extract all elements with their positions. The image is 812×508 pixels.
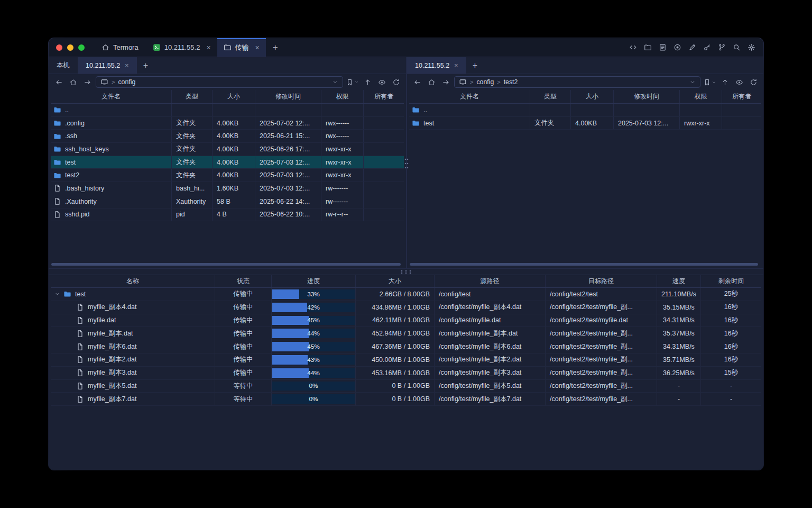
forward-arrow-button[interactable] (440, 76, 451, 88)
file-row[interactable]: .ssh文件夹4.00KB2025-06-21 15:...rwx------ (51, 130, 404, 143)
bookmark-button[interactable] (346, 76, 359, 88)
transfer-splitter[interactable] (49, 269, 763, 275)
transfer-row[interactable]: myfile_副本2.dat传输中43%450.00MB / 1.00GB/co… (51, 353, 761, 367)
column-header-owner[interactable]: 所有者 (364, 90, 404, 103)
eye-button[interactable] (376, 76, 387, 88)
path-breadcrumb[interactable]: >config>test2 (454, 76, 700, 88)
refresh-button[interactable] (748, 76, 759, 88)
search-icon[interactable] (732, 43, 741, 52)
breadcrumb-segment[interactable]: test2 (504, 78, 518, 86)
termora-window: Termora 10.211.55.2 × 传输 × + 本机10.211.55… (49, 38, 763, 470)
panel-tab-本机[interactable]: 本机 (49, 57, 78, 74)
new-panel-tab-button[interactable]: + (466, 57, 484, 74)
folder-icon[interactable] (643, 43, 652, 52)
file-row[interactable]: test文件夹4.00KB2025-07-03 12:...rwxr-xr-x (409, 117, 761, 130)
progress-bar: 0% (272, 382, 355, 391)
column-header-perm[interactable]: 权限 (680, 90, 722, 103)
column-header-eta[interactable]: 剩余时间 (701, 275, 761, 287)
eye-button[interactable] (733, 76, 745, 88)
file-row[interactable]: .. (409, 104, 761, 117)
minimize-window-button[interactable] (67, 44, 73, 51)
folder-solid-icon (53, 119, 61, 127)
file-row[interactable]: sshd.pidpid4 B2025-06-22 10:...rw-r--r-- (51, 208, 404, 222)
column-header-name[interactable]: 文件名 (51, 90, 172, 103)
column-header-source[interactable]: 源路径 (435, 275, 546, 287)
breadcrumb-segment[interactable]: config (118, 78, 135, 86)
progress-bar: 45% (272, 342, 355, 351)
titlebar-toolbar (629, 38, 763, 57)
file-row[interactable]: .bash_historybash_hi...1.60KB2025-07-03 … (51, 182, 404, 195)
up-arrow-button[interactable] (362, 76, 373, 88)
new-panel-tab-button[interactable]: + (137, 57, 154, 74)
column-header-size[interactable]: 大小 (213, 90, 255, 103)
file-row[interactable]: .. (51, 104, 404, 117)
file-row[interactable]: .XauthorityXauthority58 B2025-06-22 14:.… (51, 195, 404, 208)
edit-icon[interactable] (688, 43, 696, 52)
transfer-row[interactable]: myfile_副本6.dat传输中45%467.36MB / 1.00GB/co… (51, 340, 761, 353)
path-breadcrumb[interactable]: >config (96, 76, 343, 88)
folder-icon (224, 43, 232, 51)
record-icon[interactable] (673, 43, 681, 52)
horizontal-scrollbar[interactable] (410, 263, 758, 266)
back-arrow-button[interactable] (411, 76, 423, 88)
forward-arrow-button[interactable] (81, 76, 93, 88)
bookmark-button[interactable] (703, 76, 716, 88)
column-header-type[interactable]: 类型 (530, 90, 571, 103)
host-icon (153, 43, 161, 51)
chevron-down-icon[interactable] (53, 291, 61, 297)
column-header-speed[interactable]: 速度 (657, 275, 701, 287)
tab-termora[interactable]: Termora (94, 38, 146, 57)
tab-host[interactable]: 10.211.55.2 × (146, 38, 217, 57)
refresh-button[interactable] (390, 76, 402, 88)
transfer-row[interactable]: myfile_副本7.dat等待中0%0 B / 1.00GB/config/t… (51, 393, 761, 406)
close-tab-icon[interactable]: × (255, 43, 260, 52)
close-tab-icon[interactable]: × (206, 43, 210, 52)
chevron-down-icon (332, 79, 338, 85)
file-row[interactable]: test文件夹4.00KB2025-07-03 12:...rwxr-xr-x (51, 156, 404, 169)
column-header-status[interactable]: 状态 (215, 275, 272, 287)
tab-transfer[interactable]: 传输 × (217, 38, 266, 57)
file-row[interactable]: test2文件夹4.00KB2025-07-03 12:...rwxr-xr-x (51, 169, 404, 182)
transfer-row[interactable]: myfile_副本.dat传输中44%452.94MB / 1.00GB/con… (51, 327, 761, 340)
zoom-window-button[interactable] (78, 44, 85, 51)
horizontal-scrollbar[interactable] (51, 263, 401, 266)
column-header-target[interactable]: 目标路径 (546, 275, 657, 287)
transfer-row[interactable]: myfile_副本5.dat等待中0%0 B / 1.00GB/config/t… (51, 380, 761, 393)
new-tab-button[interactable]: + (266, 38, 285, 57)
progress-bar: 33% (272, 289, 355, 299)
column-header-name[interactable]: 文件名 (409, 90, 530, 103)
column-header-owner[interactable]: 所有者 (722, 90, 761, 103)
transfer-row[interactable]: test传输中33%2.66GB / 8.00GB/config/test/co… (51, 288, 761, 301)
progress-label: 33% (307, 291, 320, 298)
home-button[interactable] (67, 76, 79, 88)
branch-icon[interactable] (717, 43, 726, 52)
key-icon[interactable] (703, 43, 711, 52)
column-header-progress[interactable]: 进度 (272, 275, 356, 287)
transfer-panel: 名称状态进度大小源路径目标路径速度剩余时间 test传输中33%2.66GB /… (49, 275, 763, 470)
close-tab-icon[interactable]: × (125, 61, 129, 69)
close-tab-icon[interactable]: × (454, 61, 458, 69)
transfer-row[interactable]: myfile_副本4.dat传输中42%434.86MB / 1.00GB/co… (51, 301, 761, 314)
up-arrow-button[interactable] (719, 76, 731, 88)
log-icon[interactable] (658, 43, 667, 52)
panel-tab-10.211.55.2[interactable]: 10.211.55.2× (407, 57, 466, 74)
file-row[interactable]: .config文件夹4.00KB2025-07-02 12:...rwx----… (51, 117, 404, 130)
column-header-size[interactable]: 大小 (356, 275, 435, 287)
column-header-size[interactable]: 大小 (571, 90, 614, 103)
file-row[interactable]: ssh_host_keys文件夹4.00KB2025-06-26 17:...r… (51, 143, 404, 156)
column-header-mtime[interactable]: 修改时间 (255, 90, 321, 103)
column-header-name[interactable]: 名称 (51, 275, 215, 287)
column-header-mtime[interactable]: 修改时间 (614, 90, 680, 103)
panel-tab-10.211.55.2[interactable]: 10.211.55.2× (78, 57, 137, 74)
settings-icon[interactable] (747, 43, 755, 52)
back-arrow-button[interactable] (53, 76, 64, 88)
up-arrow-icon (721, 78, 729, 86)
transfer-row[interactable]: myfile_副本3.dat传输中44%453.16MB / 1.00GB/co… (51, 367, 761, 380)
code-icon[interactable] (629, 43, 637, 52)
column-header-type[interactable]: 类型 (172, 90, 213, 103)
close-window-button[interactable] (56, 44, 62, 51)
column-header-perm[interactable]: 权限 (321, 90, 364, 103)
home-button[interactable] (426, 76, 437, 88)
transfer-row[interactable]: myfile.dat传输中45%462.11MB / 1.00GB/config… (51, 314, 761, 328)
breadcrumb-segment[interactable]: config (476, 78, 494, 86)
